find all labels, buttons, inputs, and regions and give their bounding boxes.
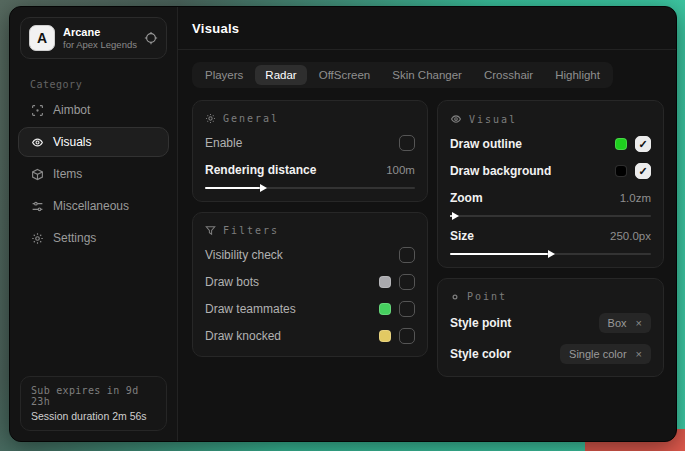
close-icon[interactable]: × — [636, 349, 642, 360]
draw-background-label: Draw background — [450, 164, 551, 178]
style-color-chip[interactable]: Single color × — [560, 344, 651, 364]
draw-outline-color-swatch[interactable] — [615, 138, 627, 150]
sidebar-item-label: Settings — [53, 231, 96, 245]
row-draw-outline: Draw outline ✓ — [450, 136, 651, 152]
category-label: Category — [30, 79, 177, 90]
sidebar-item-visuals[interactable]: Visuals — [18, 127, 169, 157]
draw-knocked-color-swatch[interactable] — [379, 330, 391, 342]
tab-label: Crosshair — [484, 69, 533, 81]
tab-label: Players — [205, 69, 243, 81]
enable-label: Enable — [205, 136, 242, 150]
app-name: Arcane — [63, 26, 136, 39]
panel-filters-title: Filters — [223, 225, 279, 236]
size-value: 250.0px — [610, 230, 651, 242]
sidebar-item-miscellaneous[interactable]: Miscellaneous — [18, 191, 169, 221]
subscription-info-card: Sub expires in 9d 23h Session duration 2… — [20, 376, 167, 431]
draw-bots-checkbox[interactable]: ✓ — [399, 274, 415, 290]
tab-skin-changer[interactable]: Skin Changer — [382, 65, 472, 85]
style-color-value: Single color — [569, 348, 626, 360]
draw-background-color-swatch[interactable] — [615, 165, 627, 177]
panel-point-title: Point — [467, 291, 507, 302]
aimbot-icon — [31, 104, 44, 117]
close-icon[interactable]: × — [636, 318, 642, 329]
box-icon — [31, 168, 44, 181]
funnel-icon — [205, 225, 216, 236]
slider-thumb[interactable] — [452, 212, 459, 220]
tab-label: Highlight — [555, 69, 600, 81]
style-point-chip[interactable]: Box × — [599, 313, 651, 333]
rendering-distance-slider[interactable] — [205, 187, 415, 189]
row-rendering-distance: Rendering distance 100m — [205, 162, 415, 178]
zoom-label: Zoom — [450, 191, 483, 205]
rendering-distance-label: Rendering distance — [205, 163, 316, 177]
draw-background-checkbox[interactable]: ✓ — [635, 163, 651, 179]
session-duration-text: Session duration 2m 56s — [31, 410, 156, 422]
panel-visual-title: Visual — [469, 114, 517, 125]
sidebar-item-label: Aimbot — [53, 103, 90, 117]
sidebar: A Arcane for Apex Legends Category — [10, 7, 178, 441]
enable-checkbox[interactable]: ✓ — [399, 135, 415, 151]
tab-bar: Players Radar OffScreen Skin Changer Cro… — [192, 62, 613, 88]
row-draw-bots: Draw bots ✓ — [205, 274, 415, 290]
sidebar-item-label: Items — [53, 167, 82, 181]
panel-general-title: General — [223, 113, 279, 124]
tab-label: Radar — [265, 69, 296, 81]
panel-visual: Visual Draw outline ✓ Draw background — [437, 100, 664, 268]
sidebar-item-aimbot[interactable]: Aimbot — [18, 95, 169, 125]
row-style-color: Style color Single color × — [450, 344, 651, 364]
visibility-check-checkbox[interactable]: ✓ — [399, 247, 415, 263]
tab-crosshair[interactable]: Crosshair — [474, 65, 543, 85]
app-subtitle: for Apex Legends — [63, 39, 136, 51]
main-header: Visuals — [178, 7, 676, 50]
draw-teammates-label: Draw teammates — [205, 302, 296, 316]
sidebar-item-label: Miscellaneous — [53, 199, 129, 213]
panel-filters: Filters Visibility check ✓ Draw bots ✓ — [192, 212, 428, 357]
row-size: Size 250.0px — [450, 228, 651, 244]
slider-thumb[interactable] — [548, 250, 555, 258]
eye-scan-icon — [31, 136, 44, 149]
sidebar-item-settings[interactable]: Settings — [18, 223, 169, 253]
gear-icon — [31, 232, 44, 245]
tab-offscreen[interactable]: OffScreen — [309, 65, 381, 85]
app-window: A Arcane for Apex Legends Category — [9, 6, 677, 442]
draw-knocked-checkbox[interactable]: ✓ — [399, 328, 415, 344]
style-point-value: Box — [608, 317, 627, 329]
style-color-label: Style color — [450, 347, 511, 361]
size-label: Size — [450, 229, 474, 243]
sidebar-nav: Aimbot Visuals Items — [10, 94, 177, 254]
sliders-icon — [31, 200, 44, 213]
zoom-slider[interactable] — [450, 215, 651, 217]
main-area: Visuals Players Radar OffScreen Skin Cha… — [178, 7, 676, 441]
eye-icon — [450, 113, 462, 125]
tab-radar[interactable]: Radar — [255, 65, 306, 85]
style-point-label: Style point — [450, 316, 511, 330]
tab-label: Skin Changer — [392, 69, 462, 81]
row-zoom: Zoom 1.0zm — [450, 190, 651, 206]
row-enable: Enable ✓ — [205, 135, 415, 151]
draw-outline-checkbox[interactable]: ✓ — [635, 136, 651, 152]
row-visibility-check: Visibility check ✓ — [205, 247, 415, 263]
tab-label: OffScreen — [319, 69, 371, 81]
sidebar-item-items[interactable]: Items — [18, 159, 169, 189]
draw-bots-color-swatch[interactable] — [379, 276, 391, 288]
sun-gear-icon — [205, 113, 216, 124]
target-icon[interactable] — [144, 31, 158, 45]
tab-players[interactable]: Players — [195, 65, 253, 85]
panel-point: Point Style point Box × Style color Sing… — [437, 278, 664, 377]
size-slider[interactable] — [450, 253, 651, 255]
panel-general: General Enable ✓ Rendering distance 100m — [192, 100, 428, 202]
point-dot-icon — [450, 292, 460, 302]
visibility-check-label: Visibility check — [205, 248, 283, 262]
row-draw-teammates: Draw teammates ✓ — [205, 301, 415, 317]
sub-expires-text: Sub expires in 9d 23h — [31, 385, 156, 407]
draw-teammates-color-swatch[interactable] — [379, 303, 391, 315]
draw-teammates-checkbox[interactable]: ✓ — [399, 301, 415, 317]
slider-thumb[interactable] — [260, 184, 267, 192]
draw-knocked-label: Draw knocked — [205, 329, 281, 343]
tab-highlight[interactable]: Highlight — [545, 65, 610, 85]
row-draw-knocked: Draw knocked ✓ — [205, 328, 415, 344]
rendering-distance-value: 100m — [386, 164, 415, 176]
app-header-card: A Arcane for Apex Legends — [20, 17, 167, 59]
sidebar-item-label: Visuals — [53, 135, 91, 149]
zoom-value: 1.0zm — [620, 192, 651, 204]
